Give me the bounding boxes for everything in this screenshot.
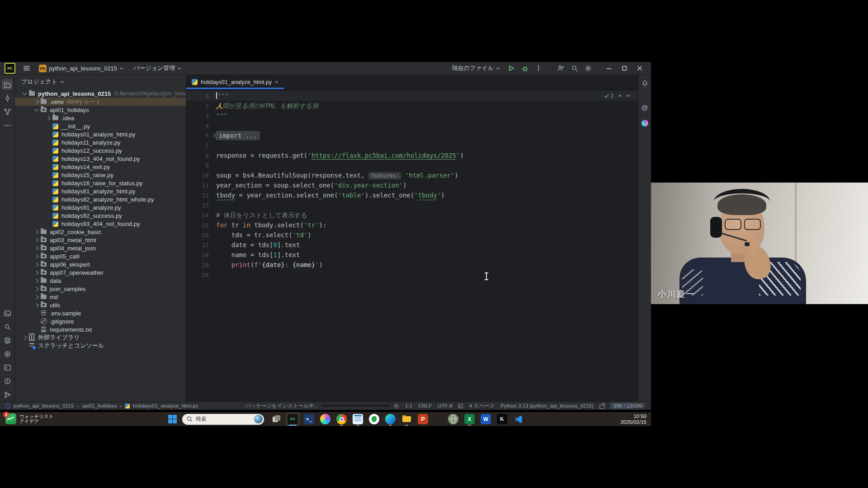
debug-button[interactable] xyxy=(519,63,531,74)
taskbar-notepad-icon[interactable] xyxy=(351,412,365,426)
taskbar-chrome-icon[interactable] xyxy=(335,412,349,426)
tree-item-api03-metal-html[interactable]: api03_metal_html xyxy=(15,236,186,244)
line-number[interactable]: 16 xyxy=(186,230,209,240)
code-line-20[interactable]: 20 xyxy=(186,270,638,280)
taskbar-search[interactable]: 検索 xyxy=(182,414,264,425)
fold-arrow-icon[interactable] xyxy=(212,134,215,137)
terminal-icon[interactable] xyxy=(2,362,13,373)
taskbar-powerpoint-icon[interactable]: P xyxy=(416,412,430,426)
chevron-right-icon[interactable] xyxy=(33,100,40,103)
taskbar-copilot-icon[interactable] xyxy=(318,412,332,426)
tree-item--[interactable]: スクラッチとコンソール xyxy=(15,342,186,350)
tree-item-holidays92-success-py[interactable]: holidays92_success.py xyxy=(15,211,186,220)
notifications-bell-icon[interactable] xyxy=(639,78,650,89)
line-number[interactable]: 11 xyxy=(186,181,209,191)
tree-item-holidays81-analyze-html-py[interactable]: holidays81_analyze_html.py xyxy=(15,187,186,195)
code-line-7[interactable]: 7 xyxy=(186,141,638,150)
taskbar-terminal-icon[interactable]: >_ xyxy=(302,412,316,426)
line-number[interactable]: 20 xyxy=(186,270,209,280)
vcs-menu[interactable]: バージョン管理 xyxy=(130,63,185,74)
breadcrumb-file[interactable]: holidays01_analyze_html.py xyxy=(133,403,198,408)
minimize-button[interactable] xyxy=(602,62,616,74)
chevron-right-icon[interactable] xyxy=(33,296,40,299)
taskbar-task-view-icon[interactable] xyxy=(269,412,283,426)
taskbar-excel-icon[interactable]: X xyxy=(462,412,476,426)
tree-item-holidays15-raise-py[interactable]: holidays15_raise.py xyxy=(15,171,186,179)
line-number[interactable]: 3 xyxy=(186,111,209,121)
code-line-8[interactable]: 8response = requests.get('https://flask.… xyxy=(186,150,638,160)
tree-item--env-sample[interactable]: .env.sample xyxy=(15,309,186,317)
tree-item-api04-metal-json[interactable]: api04_metal_json xyxy=(15,244,186,252)
chevron-right-icon[interactable] xyxy=(33,239,40,242)
code-editor[interactable]: 1"""2人間が見る用のHTML を解析する例3"""45import ...7… xyxy=(186,89,638,401)
code-line-17[interactable]: 17 date = tds[0].text xyxy=(186,240,638,250)
code-with-me-icon[interactable] xyxy=(555,63,567,74)
find-icon[interactable] xyxy=(2,321,13,332)
code-line-13[interactable]: 13 xyxy=(186,200,638,210)
taskbar-clock[interactable]: 10:50 2025/02/15 xyxy=(620,413,646,425)
breadcrumbs[interactable]: python_api_lessons_0215 › api01_holidays… xyxy=(5,403,198,408)
search-everywhere-icon[interactable] xyxy=(569,63,580,74)
code-line-12[interactable]: 12tbody = year_section.select_one('table… xyxy=(186,190,638,200)
ai-assistant-icon[interactable]: @ xyxy=(639,102,650,113)
tree-item-holidays01-analyze-html-py[interactable]: holidays01_analyze_html.py xyxy=(15,130,186,138)
code-line-19[interactable]: 19 print(f'{date}: {name}') xyxy=(186,260,638,270)
taskbar-kindle-icon[interactable]: K xyxy=(495,412,509,426)
line-number[interactable]: 5 xyxy=(186,131,209,141)
editor-tab[interactable]: holidays01_analyze_html.py × xyxy=(186,75,284,89)
main-menu-icon[interactable] xyxy=(21,63,33,74)
memory-indicator[interactable]: 396 / 1300M xyxy=(610,403,646,409)
tree-item-holidays14-exit-py[interactable]: holidays14_exit.py xyxy=(15,163,186,171)
line-number[interactable]: 18 xyxy=(186,250,209,260)
tree-item-holidays91-analyze-py[interactable]: holidays91_analyze.py xyxy=(15,203,186,211)
code-line-15[interactable]: 15for tr in tbody.select('tr'): xyxy=(186,220,638,230)
project-folder-icon[interactable] xyxy=(2,79,13,90)
unlock-icon[interactable] xyxy=(599,405,604,409)
python-packages-icon[interactable] xyxy=(2,335,13,346)
tree-item--idea[interactable]: .idea xyxy=(15,114,186,122)
version-control-icon[interactable] xyxy=(2,389,13,400)
line-number[interactable]: 10 xyxy=(186,171,209,181)
more-icon[interactable] xyxy=(2,120,13,131)
code-line-1[interactable]: 1""" xyxy=(186,91,638,101)
line-number[interactable]: 12 xyxy=(186,191,209,201)
taskbar-word-icon[interactable]: W xyxy=(479,412,493,426)
chevron-down-icon[interactable] xyxy=(21,93,28,94)
project-panel-header[interactable]: プロジェクト xyxy=(15,75,186,89)
close-button[interactable] xyxy=(633,62,646,74)
run-configuration-selector[interactable]: 現在のファイル xyxy=(448,63,504,74)
code-line-3[interactable]: 3""" xyxy=(186,111,638,121)
cancel-task-icon[interactable]: × xyxy=(393,403,399,409)
tree-item-holidays82-analyze-html-whole-py[interactable]: holidays82_analyze_html_whole.py xyxy=(15,195,186,203)
tree-item-holidays16-raise-for-status-py[interactable]: holidays16_raise_for_status.py xyxy=(15,179,186,187)
line-number[interactable]: 8 xyxy=(186,151,209,161)
chevron-right-icon[interactable] xyxy=(33,279,40,282)
indent-setting[interactable]: 4 スペース xyxy=(469,403,495,409)
line-number[interactable]: 15 xyxy=(186,221,209,230)
services-icon[interactable] xyxy=(2,348,13,359)
column-mode-icon[interactable] xyxy=(458,404,463,408)
line-number[interactable]: 17 xyxy=(186,240,209,250)
line-number[interactable]: 1 xyxy=(186,91,209,101)
taskbar-edge-icon[interactable] xyxy=(383,412,397,426)
python-interpreter[interactable]: Python 3.13 (python_api_lessons_0215) xyxy=(500,403,594,408)
line-number[interactable]: 2 xyxy=(186,101,209,111)
code-line-4[interactable]: 4 xyxy=(186,121,638,131)
chevron-right-icon[interactable] xyxy=(21,336,28,339)
structure-icon[interactable] xyxy=(2,106,13,117)
taskbar-globe-icon[interactable] xyxy=(446,412,460,426)
inspection-widget[interactable]: 2 xyxy=(604,91,631,100)
tree-item-app05-calil[interactable]: app05_calil xyxy=(15,252,186,260)
settings-icon[interactable] xyxy=(582,63,594,74)
widgets-button[interactable]: 3 ウォッチリスト アイデア xyxy=(5,413,53,424)
tree-item--gitignore[interactable]: .gitignore xyxy=(15,317,186,325)
tree-item-app06-ekispert[interactable]: app06_ekispert xyxy=(15,260,186,268)
line-number[interactable]: 4 xyxy=(186,121,209,131)
tree-item--[interactable]: 外部ライブラリ xyxy=(15,333,186,342)
code-line-2[interactable]: 2人間が見る用のHTML を解析する例 xyxy=(186,101,638,111)
line-number[interactable]: 19 xyxy=(186,260,209,270)
gradient-plugin-icon[interactable] xyxy=(639,117,650,128)
file-encoding[interactable]: UTF-8 xyxy=(438,403,453,408)
tree-item-data[interactable]: data xyxy=(15,277,186,285)
tree-item-holidays13-404-not-found-py[interactable]: holidays13_404_not_found.py xyxy=(15,155,186,163)
